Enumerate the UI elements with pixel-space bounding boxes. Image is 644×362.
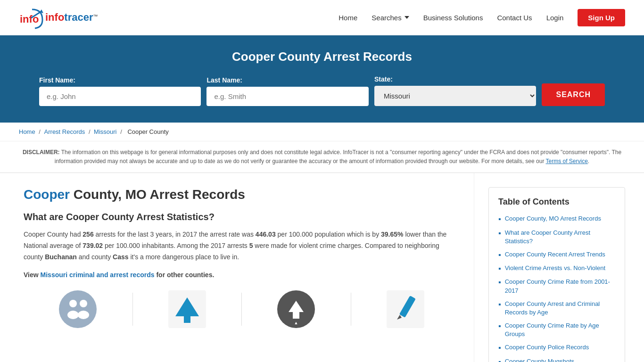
toc-item: ▪What are Cooper County Arrest Statistic… xyxy=(498,229,615,246)
breadcrumb-sep1: / xyxy=(39,128,42,135)
disclaimer-bar: DISCLAIMER: The information on this webp… xyxy=(0,141,644,173)
toc-item: ▪Cooper County, MO Arrest Records xyxy=(498,214,615,223)
toc-link-8[interactable]: Cooper County Mugshots xyxy=(505,357,574,362)
article-heading: Cooper County, MO Arrest Records xyxy=(24,187,460,202)
toc-bullet: ▪ xyxy=(498,300,501,309)
svg-point-3 xyxy=(59,290,97,328)
article-stats-paragraph: Cooper County had 256 arrests for the la… xyxy=(24,229,460,263)
logo-icon: info xyxy=(19,5,44,30)
breadcrumb: Home / Arrest Records / Missouri / Coope… xyxy=(0,123,644,141)
logo-tracer: tracer xyxy=(64,11,93,23)
search-form: First Name: Last Name: State: Missouri A… xyxy=(39,75,605,106)
toc-bullet: ▪ xyxy=(498,321,501,330)
svg-text:▲: ▲ xyxy=(294,321,298,325)
nav-business-solutions[interactable]: Business Solutions xyxy=(423,14,483,22)
svg-rect-10 xyxy=(184,316,190,323)
nav-contact-us[interactable]: Contact Us xyxy=(497,14,532,22)
sidebar-toc: Table of Contents ▪Cooper County, MO Arr… xyxy=(474,173,625,362)
main-content: Cooper County, MO Arrest Records What ar… xyxy=(0,173,644,362)
toc-link-2[interactable]: Cooper County Recent Arrest Trends xyxy=(505,250,605,259)
toc-list: ▪Cooper County, MO Arrest Records▪What a… xyxy=(498,214,615,362)
toc-bullet: ▪ xyxy=(498,357,501,362)
breadcrumb-sep2: / xyxy=(89,128,92,135)
logo-info: info xyxy=(45,11,64,23)
state-group: State: Missouri Alabama Alaska Arizona A… xyxy=(374,75,536,106)
state-select[interactable]: Missouri Alabama Alaska Arizona Arkansas… xyxy=(374,86,536,106)
svg-rect-13 xyxy=(293,312,299,319)
people-icon xyxy=(59,290,97,328)
article-heading-rest: County, MO Arrest Records xyxy=(70,187,245,202)
toc-link-0[interactable]: Cooper County, MO Arrest Records xyxy=(505,214,601,223)
signup-button[interactable]: Sign Up xyxy=(578,9,625,26)
breadcrumb-current: Cooper County xyxy=(127,128,168,135)
toc-link-5[interactable]: Cooper County Arrest and Criminal Record… xyxy=(505,300,615,317)
toc-item: ▪Cooper County Mugshots xyxy=(498,357,615,362)
toc-bullet: ▪ xyxy=(498,250,501,259)
logo-tm: ™ xyxy=(93,14,98,19)
svg-point-6 xyxy=(80,300,87,307)
icon-item-2 xyxy=(133,290,242,328)
toc-bullet: ▪ xyxy=(498,343,501,352)
terms-of-service-link[interactable]: Terms of Service xyxy=(546,158,588,165)
icon-item-4 xyxy=(351,290,460,328)
svg-point-7 xyxy=(78,311,89,319)
toc-item: ▪Cooper County Crime Rate from 2001-2017 xyxy=(498,278,615,295)
first-name-input[interactable] xyxy=(39,87,201,106)
article: Cooper County, MO Arrest Records What ar… xyxy=(19,173,474,362)
toc-item: ▪Cooper County Crime Rate by Age Groups xyxy=(498,321,615,338)
arrow-up-icon xyxy=(168,290,206,328)
breadcrumb-missouri[interactable]: Missouri xyxy=(94,128,116,135)
article-heading-highlight: Cooper xyxy=(24,187,70,202)
toc-item: ▪Cooper County Arrest and Criminal Recor… xyxy=(498,300,615,317)
toc-title: Table of Contents xyxy=(498,197,615,207)
last-name-label: Last Name: xyxy=(206,76,368,84)
toc-item: ▪Cooper County Police Records xyxy=(498,343,615,352)
header: info infotracer™ Home Searches Business … xyxy=(0,0,644,35)
toc-link-4[interactable]: Cooper County Crime Rate from 2001-2017 xyxy=(505,278,615,295)
toc-link-1[interactable]: What are Cooper County Arrest Statistics… xyxy=(505,229,615,246)
breadcrumb-arrest-records[interactable]: Arrest Records xyxy=(44,128,85,135)
disclaimer-label: DISCLAIMER: xyxy=(23,149,60,156)
toc-link-3[interactable]: Violent Crime Arrests vs. Non-Violent xyxy=(505,264,605,272)
search-button[interactable]: SEARCH xyxy=(542,83,605,106)
missouri-records-link[interactable]: Missouri criminal and arrest records xyxy=(41,271,155,279)
nav-searches[interactable]: Searches xyxy=(372,14,409,22)
chevron-down-icon xyxy=(405,16,409,19)
toc-bullet: ▪ xyxy=(498,229,501,238)
page-title: Cooper County Arrest Records xyxy=(19,49,625,64)
toc-item: ▪Violent Crime Arrests vs. Non-Violent xyxy=(498,264,615,273)
article-view-paragraph: View Missouri criminal and arrest record… xyxy=(24,270,460,281)
last-name-group: Last Name: xyxy=(206,76,368,106)
breadcrumb-sep3: / xyxy=(120,128,124,135)
logo: info infotracer™ xyxy=(19,5,98,30)
svg-point-4 xyxy=(69,300,77,307)
toc-item: ▪Cooper County Recent Arrest Trends xyxy=(498,250,615,259)
icon-row: ▲ xyxy=(24,290,460,328)
toc-bullet: ▪ xyxy=(498,214,501,223)
disclaimer-text: The information on this webpage is for g… xyxy=(55,149,621,165)
pencil-icon xyxy=(387,290,424,328)
icon-item-3: ▲ xyxy=(242,290,351,328)
breadcrumb-home[interactable]: Home xyxy=(19,128,35,135)
toc-link-6[interactable]: Cooper County Crime Rate by Age Groups xyxy=(505,321,615,338)
login-button[interactable]: Login xyxy=(546,14,564,22)
last-name-input[interactable] xyxy=(206,87,368,106)
nav-home[interactable]: Home xyxy=(339,14,357,22)
article-stats-heading: What are Cooper County Arrest Statistics… xyxy=(24,212,460,222)
icon-item-1 xyxy=(24,290,132,328)
toc-bullet: ▪ xyxy=(498,278,501,287)
state-label: State: xyxy=(374,75,536,83)
toc-link-7[interactable]: Cooper County Police Records xyxy=(505,343,589,352)
main-nav: Home Searches Business Solutions Contact… xyxy=(339,9,625,26)
svg-point-5 xyxy=(67,311,79,319)
toc-bullet: ▪ xyxy=(498,264,501,273)
scroll-up-icon: ▲ xyxy=(277,290,315,328)
first-name-group: First Name: xyxy=(39,76,201,106)
toc-box: Table of Contents ▪Cooper County, MO Arr… xyxy=(488,187,625,362)
hero-section: Cooper County Arrest Records First Name:… xyxy=(0,35,644,123)
first-name-label: First Name: xyxy=(39,76,201,84)
